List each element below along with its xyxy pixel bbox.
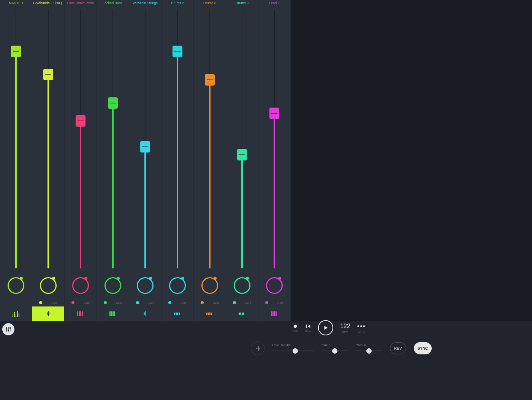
record-button[interactable]: REC — [293, 324, 298, 332]
solo-toggle[interactable]: Solo — [213, 301, 219, 305]
channel-name[interactable]: Goldhands - Elisa (...ocal) — [32, 0, 64, 6]
pan-knob[interactable] — [137, 277, 154, 294]
channel-type-button[interactable] — [32, 306, 64, 321]
pan-knob[interactable] — [40, 277, 57, 294]
level-slider[interactable] — [272, 348, 314, 354]
volume-fader[interactable] — [194, 6, 226, 272]
wave-icon — [141, 311, 149, 316]
volume-fader[interactable] — [162, 6, 193, 272]
sync-label: SYNC — [418, 346, 428, 351]
fader-handle[interactable] — [76, 115, 86, 127]
solo-toggle[interactable]: Solo — [245, 301, 251, 305]
volume-fader[interactable] — [97, 6, 129, 272]
pan-knob[interactable] — [72, 277, 89, 294]
channel-name[interactable]: Picked Bass — [97, 0, 129, 6]
channel-strip: Picked Bass Solo — [97, 0, 129, 321]
mute-toggle[interactable] — [168, 301, 171, 304]
mute-toggle[interactable] — [233, 301, 236, 304]
mute-toggle[interactable] — [104, 301, 107, 304]
mute-solo-row: Solo — [97, 299, 129, 306]
solo-toggle[interactable]: Solo — [84, 301, 90, 305]
volume-fader[interactable] — [65, 6, 97, 272]
pan-knob[interactable] — [266, 277, 283, 294]
mute-toggle[interactable] — [201, 301, 204, 304]
fader-handle[interactable] — [269, 108, 279, 119]
channel-name[interactable]: Drums 2 — [162, 0, 193, 6]
pitch-slider[interactable] — [356, 348, 382, 354]
reverse-toggle[interactable]: REV — [390, 342, 406, 354]
svg-marker-8 — [307, 324, 310, 328]
fader-handle[interactable] — [43, 69, 53, 80]
solo-toggle[interactable]: Solo — [51, 301, 57, 305]
pan-knob[interactable] — [201, 277, 218, 294]
sample-detail-row: Level: 0.0 dB Pan: 0 Pitch: 0 REV SYNC — [251, 341, 528, 355]
fader-handle[interactable] — [173, 46, 182, 57]
keys-icon — [271, 311, 278, 316]
level-label: Level: 0.0 dB — [272, 343, 290, 347]
channel-type-button[interactable] — [162, 306, 193, 321]
channel-type-button[interactable] — [129, 306, 161, 321]
pan-knob[interactable] — [8, 277, 24, 294]
mute-solo-row: Solo — [258, 299, 290, 306]
channel-type-button[interactable] — [97, 306, 129, 321]
mute-solo-row: Solo — [162, 299, 193, 306]
channel-name[interactable]: Varazdin Strings — [129, 0, 161, 6]
fader-handle[interactable] — [11, 46, 21, 57]
ctrl-menu-button[interactable]: ••• CTRL — [357, 323, 366, 333]
channel-type-button[interactable] — [258, 306, 290, 321]
pan-knob[interactable] — [104, 277, 121, 294]
sync-toggle[interactable]: SYNC — [414, 342, 432, 354]
bpm-label: BPM — [342, 330, 348, 333]
channel-type-button[interactable] — [0, 306, 32, 321]
rewind-label: REW — [305, 330, 311, 332]
knob-indicator — [20, 277, 23, 280]
pan-label: Pan: 0 — [321, 343, 330, 347]
channel-type-button[interactable] — [194, 306, 226, 321]
pitch-slider-group: Pitch: 0 — [356, 343, 382, 354]
knob-indicator — [278, 277, 281, 280]
volume-fader[interactable] — [129, 6, 161, 272]
fader-handle[interactable] — [108, 97, 118, 109]
channel-type-button[interactable] — [65, 306, 97, 321]
fader-handle[interactable] — [140, 141, 150, 152]
fader-handle[interactable] — [237, 149, 247, 160]
solo-toggle[interactable]: Solo — [277, 301, 283, 305]
mute-toggle[interactable] — [265, 301, 268, 304]
knob-indicator — [117, 277, 120, 280]
solo-toggle[interactable]: Solo — [116, 301, 122, 305]
mixer-settings-button[interactable] — [2, 323, 14, 335]
channel-name[interactable]: Lead 2 — [258, 0, 290, 6]
channel-strip: Drums 2 Solo — [162, 0, 194, 321]
channel-name[interactable]: Flute Diminuendo — [65, 0, 97, 6]
volume-fader[interactable] — [32, 6, 64, 272]
ellipsis-icon: ••• — [357, 323, 366, 330]
channel-type-button[interactable] — [226, 306, 258, 321]
channel-name[interactable]: Drums 8 — [194, 0, 226, 6]
pads-icon — [239, 313, 245, 315]
svg-point-3 — [6, 328, 7, 329]
transport-controls: REC REW 122 BPM ••• CTRL — [293, 320, 366, 335]
volume-fader[interactable] — [226, 6, 258, 272]
record-label: REC — [293, 330, 298, 332]
mute-toggle[interactable] — [136, 301, 139, 304]
channel-name[interactable]: Drums 9 — [226, 0, 258, 6]
level-slider-group: Level: 0.0 dB — [272, 343, 314, 354]
sample-preview-button[interactable] — [251, 341, 264, 355]
play-button[interactable] — [318, 320, 333, 335]
solo-toggle[interactable]: Solo — [148, 301, 154, 305]
solo-toggle[interactable]: Solo — [180, 301, 187, 305]
pan-slider[interactable] — [321, 348, 348, 354]
knob-indicator — [181, 277, 184, 280]
rewind-button[interactable]: REW — [305, 324, 311, 332]
volume-fader[interactable] — [0, 6, 32, 272]
volume-fader[interactable] — [258, 6, 290, 272]
mute-toggle[interactable] — [39, 301, 42, 304]
channel-name[interactable]: MASTER — [0, 0, 32, 6]
channel-strip: Varazdin Strings Solo — [129, 0, 162, 321]
mute-solo-row: Solo — [65, 299, 97, 306]
pan-knob[interactable] — [234, 277, 250, 294]
fader-handle[interactable] — [205, 74, 215, 86]
pan-knob[interactable] — [169, 277, 186, 294]
bpm-display[interactable]: 122 BPM — [340, 323, 350, 333]
mute-toggle[interactable] — [71, 301, 74, 304]
